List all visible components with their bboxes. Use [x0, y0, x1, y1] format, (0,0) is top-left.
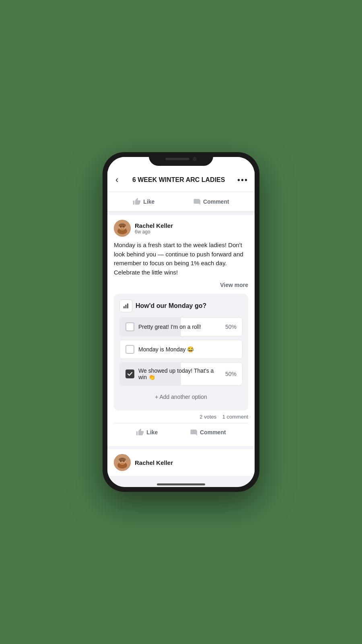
poll-checkbox-1[interactable]	[125, 322, 134, 331]
like-button-top[interactable]: Like	[125, 195, 162, 208]
like-button-bottom[interactable]: Like	[128, 426, 166, 439]
poll-option-3[interactable]: We showed up today! That's a win 👏 50%	[119, 362, 243, 386]
back-button[interactable]: ‹	[114, 173, 120, 187]
checkmark-icon	[127, 371, 133, 377]
post-card: Rachel Keller 6w ago Monday is a fresh s…	[107, 215, 255, 446]
phone-notch	[149, 152, 213, 166]
post-header: Rachel Keller 6w ago	[114, 220, 248, 237]
poll-title: How'd our Monday go?	[136, 302, 206, 310]
poll-percent-3: 50%	[225, 371, 237, 377]
svg-rect-7	[125, 305, 127, 308]
post-author: Rachel Keller	[135, 222, 248, 229]
phone-screen: ‹ 6 WEEK WINTER ARC LADIES ••• Like Comm…	[107, 157, 255, 487]
second-post-author: Rachel Keller	[135, 459, 173, 466]
post-time: 6w ago	[135, 229, 248, 235]
avatar-svg	[114, 220, 131, 237]
screen-content: ‹ 6 WEEK WINTER ARC LADIES ••• Like Comm…	[107, 157, 255, 487]
bar-chart-icon	[122, 302, 130, 310]
poll-option-text-2: Monday is Monday 😂	[138, 346, 232, 353]
phone-frame: ‹ 6 WEEK WINTER ARC LADIES ••• Like Comm…	[103, 152, 259, 492]
thumbs-up-icon-top	[133, 198, 141, 206]
svg-point-4	[120, 227, 121, 228]
second-avatar-svg	[114, 454, 131, 471]
svg-rect-8	[127, 303, 128, 308]
avatar-image	[114, 220, 131, 237]
poll-header: How'd our Monday go?	[119, 299, 243, 312]
svg-point-3	[119, 223, 126, 227]
speaker	[165, 158, 189, 160]
svg-point-5	[123, 227, 125, 228]
add-option-label: + Add another option	[155, 394, 207, 400]
comment-icon-bottom	[189, 428, 197, 436]
svg-point-12	[119, 458, 126, 462]
home-bar	[157, 483, 205, 485]
poll-container: How'd our Monday go? Pretty great! I'm o…	[114, 294, 248, 411]
poll-checkbox-3[interactable]	[125, 369, 134, 378]
comment-label-bottom: Comment	[200, 429, 226, 436]
second-avatar-image	[114, 454, 131, 471]
post-body: Monday is a fresh start to the week ladi…	[114, 241, 248, 277]
poll-percent-1: 50%	[225, 324, 237, 330]
page-title: 6 WEEK WINTER ARC LADIES	[120, 176, 237, 184]
poll-option-text-3: We showed up today! That's a win 👏	[138, 367, 221, 380]
add-option-button[interactable]: + Add another option	[119, 389, 243, 405]
post-stats: 2 votes 1 comment	[114, 411, 248, 421]
thumbs-up-icon-bottom	[136, 428, 144, 436]
svg-point-13	[120, 461, 121, 462]
view-more-button[interactable]: View more	[114, 280, 248, 290]
comments-count: 1 comment	[222, 414, 248, 420]
poll-icon	[119, 299, 132, 312]
post-meta: Rachel Keller 6w ago	[135, 222, 248, 235]
comment-icon-top	[193, 198, 201, 206]
avatar	[114, 220, 131, 237]
like-label-top: Like	[143, 198, 154, 205]
top-action-bar: Like Comment	[107, 192, 255, 212]
more-button[interactable]: •••	[237, 175, 248, 185]
comment-button-bottom[interactable]: Comment	[181, 426, 234, 439]
svg-point-14	[123, 461, 125, 462]
poll-option-text-1: Pretty great! I'm on a roll!	[138, 324, 221, 330]
poll-checkbox-2[interactable]	[125, 345, 134, 354]
second-avatar	[114, 454, 131, 471]
camera	[193, 157, 197, 161]
poll-option-1[interactable]: Pretty great! I'm on a roll! 50%	[119, 317, 243, 336]
comment-button-top[interactable]: Comment	[185, 195, 237, 208]
like-label-bottom: Like	[146, 429, 158, 436]
svg-rect-6	[123, 306, 125, 308]
votes-count: 2 votes	[200, 414, 216, 420]
poll-option-2[interactable]: Monday is Monday 😂	[119, 340, 243, 359]
second-post: Rachel Keller	[107, 449, 255, 476]
comment-label-top: Comment	[203, 198, 229, 205]
bottom-action-bar: Like Comment	[114, 423, 248, 441]
